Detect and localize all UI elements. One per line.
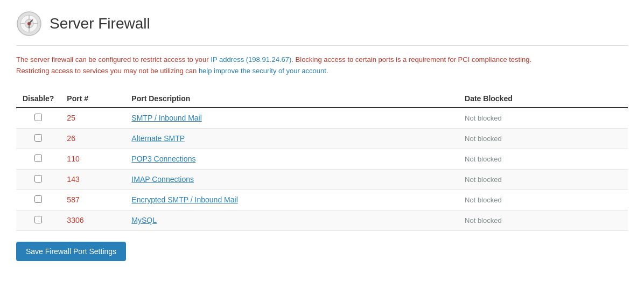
port-description-link[interactable]: Alternate SMTP bbox=[131, 134, 185, 143]
table-row: 110POP3 ConnectionsNot blocked bbox=[16, 149, 628, 169]
port-number-cell: 25 bbox=[60, 108, 125, 129]
port-description-cell: SMTP / Inbound Mail bbox=[125, 108, 458, 129]
security-link[interactable]: help improve the security of your accoun… bbox=[199, 67, 326, 75]
port-number: 3306 bbox=[67, 216, 83, 224]
date-blocked-cell: Not blocked bbox=[458, 149, 628, 169]
port-number-cell: 26 bbox=[60, 128, 125, 149]
disable-checkbox[interactable] bbox=[34, 216, 42, 223]
col-date-blocked: Date Blocked bbox=[458, 90, 628, 108]
port-number-cell: 3306 bbox=[60, 210, 125, 230]
port-description-link[interactable]: IMAP Connections bbox=[131, 175, 194, 184]
port-description-cell: Encrypted SMTP / Inbound Mail bbox=[125, 189, 458, 210]
date-blocked-cell: Not blocked bbox=[458, 210, 628, 230]
date-blocked-cell: Not blocked bbox=[458, 108, 628, 129]
disable-cell bbox=[16, 189, 60, 210]
port-description-link[interactable]: Encrypted SMTP / Inbound Mail bbox=[131, 195, 237, 204]
date-blocked-cell: Not blocked bbox=[458, 189, 628, 210]
firewall-table: Disable? Port # Port Description Date Bl… bbox=[16, 90, 628, 231]
port-number: 26 bbox=[67, 134, 75, 143]
disable-checkbox[interactable] bbox=[34, 154, 42, 162]
page-header: Server Firewall bbox=[16, 11, 628, 46]
port-number: 110 bbox=[67, 154, 79, 163]
port-number: 143 bbox=[67, 175, 79, 184]
port-description-cell: IMAP Connections bbox=[125, 169, 458, 189]
disable-cell bbox=[16, 149, 60, 169]
disable-checkbox[interactable] bbox=[34, 134, 42, 142]
date-blocked-cell: Not blocked bbox=[458, 128, 628, 149]
info-paragraph: The server firewall can be configured to… bbox=[16, 54, 628, 77]
table-row: 26Alternate SMTPNot blocked bbox=[16, 128, 628, 149]
info-text-2: Restricting access to services you may n… bbox=[16, 67, 328, 75]
disable-checkbox[interactable] bbox=[34, 114, 42, 121]
date-blocked-value: Not blocked bbox=[465, 135, 502, 143]
port-description-cell: Alternate SMTP bbox=[125, 128, 458, 149]
port-description-cell: MySQL bbox=[125, 210, 458, 230]
port-number-cell: 110 bbox=[60, 149, 125, 169]
table-header-row: Disable? Port # Port Description Date Bl… bbox=[16, 90, 628, 108]
save-firewall-button[interactable]: Save Firewall Port Settings bbox=[16, 242, 126, 261]
col-description: Port Description bbox=[125, 90, 458, 108]
date-blocked-cell: Not blocked bbox=[458, 169, 628, 189]
port-number-cell: 587 bbox=[60, 189, 125, 210]
port-description-link[interactable]: MySQL bbox=[131, 216, 157, 224]
table-row: 3306MySQLNot blocked bbox=[16, 210, 628, 230]
port-number-cell: 143 bbox=[60, 169, 125, 189]
firewall-icon bbox=[16, 11, 42, 37]
port-number: 587 bbox=[67, 195, 79, 204]
page-title: Server Firewall bbox=[50, 15, 150, 32]
port-description-link[interactable]: SMTP / Inbound Mail bbox=[131, 114, 201, 122]
port-description-cell: POP3 Connections bbox=[125, 149, 458, 169]
date-blocked-value: Not blocked bbox=[465, 155, 502, 163]
ip-link[interactable]: IP address (198.91.24.67) bbox=[211, 55, 291, 64]
disable-checkbox[interactable] bbox=[34, 195, 42, 203]
col-disable: Disable? bbox=[16, 90, 60, 108]
table-row: 587Encrypted SMTP / Inbound MailNot bloc… bbox=[16, 189, 628, 210]
date-blocked-value: Not blocked bbox=[465, 114, 502, 122]
port-description-link[interactable]: POP3 Connections bbox=[131, 154, 195, 163]
disable-cell bbox=[16, 210, 60, 230]
date-blocked-value: Not blocked bbox=[465, 196, 502, 204]
col-port: Port # bbox=[60, 90, 125, 108]
date-blocked-value: Not blocked bbox=[465, 216, 502, 224]
table-row: 143IMAP ConnectionsNot blocked bbox=[16, 169, 628, 189]
disable-cell bbox=[16, 128, 60, 149]
date-blocked-value: Not blocked bbox=[465, 175, 502, 184]
disable-cell bbox=[16, 169, 60, 189]
port-number: 25 bbox=[67, 114, 75, 122]
disable-checkbox[interactable] bbox=[34, 175, 42, 182]
info-text-1: The server firewall can be configured to… bbox=[16, 55, 531, 64]
table-row: 25SMTP / Inbound MailNot blocked bbox=[16, 108, 628, 129]
disable-cell bbox=[16, 108, 60, 129]
